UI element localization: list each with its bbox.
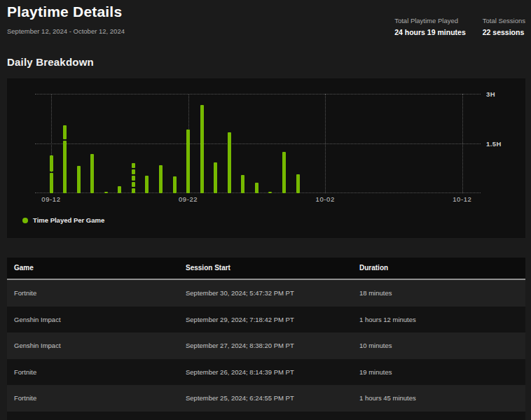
- y-gridline: [35, 144, 481, 144]
- x-axis-tick-label: 10-12: [447, 195, 478, 203]
- playtime-bar-segment: [255, 183, 258, 194]
- y-axis-tick-label: 3H: [486, 90, 521, 98]
- column-header-game: Game: [14, 258, 34, 279]
- table-row: FortniteSeptember 26, 2024; 8:14:39 PM P…: [7, 359, 525, 386]
- cell-session-start: September 27, 2024; 8:38:20 PM PT: [186, 332, 294, 359]
- cell-session-start: September 30, 2024; 5:47:32 PM PT: [186, 280, 294, 307]
- playtime-bar-segment: [132, 169, 135, 174]
- column-header-duration: Duration: [359, 258, 388, 279]
- y-axis-tick-label: 1.5H: [486, 140, 521, 148]
- column-header-session-start: Session Start: [186, 258, 230, 279]
- cell-game: Fortnite: [14, 385, 36, 412]
- playtime-bar-segment: [241, 175, 244, 193]
- total-playtime-value: 24 hours 19 minutes: [394, 28, 466, 36]
- playtime-bar-09-26[interactable]: [241, 175, 244, 193]
- table-row: FortniteSeptember 30, 2024; 5:47:32 PM P…: [7, 280, 525, 307]
- x-gridline: [325, 94, 326, 193]
- playtime-bar-09-12[interactable]: [50, 155, 53, 193]
- cell-duration: 19 minutes: [359, 359, 392, 386]
- playtime-bar-09-23[interactable]: [200, 105, 204, 193]
- table-header-row: Game Session Start Duration: [7, 258, 525, 279]
- playtime-bar-segment: [228, 132, 231, 193]
- playtime-bar-09-30[interactable]: [296, 174, 300, 193]
- playtime-bar-segment: [132, 182, 135, 187]
- table-row-partial: [7, 412, 525, 420]
- cell-duration: 18 minutes: [359, 280, 392, 307]
- playtime-bar-09-19[interactable]: [145, 176, 149, 193]
- cell-game: Genshin Impact: [14, 307, 61, 333]
- cell-session-start: September 29, 2024; 7:18:42 PM PT: [186, 307, 294, 333]
- table-row: Genshin ImpactSeptember 29, 2024; 7:18:4…: [7, 307, 525, 333]
- date-range: September 12, 2024 - October 12, 2024: [7, 27, 125, 35]
- cell-duration: 10 minutes: [359, 332, 392, 359]
- playtime-bar-segment: [90, 154, 94, 193]
- playtime-bar-09-21[interactable]: [173, 176, 177, 193]
- playtime-bar-09-29[interactable]: [282, 152, 286, 193]
- table-body: FortniteSeptember 30, 2024; 5:47:32 PM P…: [7, 280, 525, 420]
- playtime-bar-segment: [132, 188, 135, 193]
- session-table: Game Session Start Duration FortniteSept…: [7, 258, 525, 420]
- playtime-bar-segment: [132, 176, 135, 181]
- playtime-bar-segment: [63, 141, 67, 193]
- legend-dot-icon: [22, 218, 28, 223]
- playtime-bar-segment: [214, 162, 217, 193]
- cell-duration: 1 hours 45 minutes: [359, 385, 416, 412]
- playtime-bar-segment: [50, 155, 53, 172]
- playtime-bar-09-22[interactable]: [186, 130, 190, 193]
- playtime-bar-segment: [282, 152, 286, 193]
- cell-session-start: September 26, 2024; 8:14:39 PM PT: [186, 359, 294, 386]
- total-playtime-stat: Total Playtime Played 24 hours 19 minute…: [394, 17, 466, 36]
- playtime-bar-segment: [186, 130, 190, 193]
- playtime-bar-segment: [173, 176, 177, 193]
- total-sessions-stat: Total Sessions 22 sessions: [483, 17, 525, 36]
- daily-breakdown-chart: Time Played Per Game 3H1.5H09-1209-2210-…: [7, 78, 525, 238]
- chart-legend: Time Played Per Game: [22, 216, 104, 224]
- x-gridline: [462, 94, 463, 193]
- y-gridline: [35, 94, 481, 94]
- playtime-bar-09-13[interactable]: [63, 125, 67, 193]
- playtime-bar-09-20[interactable]: [159, 165, 163, 193]
- playtime-bar-09-25[interactable]: [228, 132, 231, 193]
- playtime-bar-segment: [145, 176, 149, 193]
- playtime-bar-09-16[interactable]: [104, 192, 108, 193]
- total-playtime-label: Total Playtime Played: [394, 17, 466, 24]
- x-axis-tick-label: 09-12: [36, 195, 67, 203]
- legend-label: Time Played Per Game: [33, 216, 104, 224]
- playtime-bar-09-17[interactable]: [118, 186, 121, 193]
- table-row: FortniteSeptember 25, 2024; 6:24:55 PM P…: [7, 385, 525, 412]
- playtime-bar-segment: [296, 174, 300, 193]
- playtime-bar-09-14[interactable]: [77, 166, 81, 193]
- cell-game: Fortnite: [14, 359, 36, 386]
- playtime-bar-09-27[interactable]: [255, 183, 258, 194]
- cell-duration: 1 hours 12 minutes: [359, 307, 416, 333]
- cell-game: Genshin Impact: [14, 332, 61, 359]
- playtime-bar-segment: [63, 125, 67, 139]
- x-axis-tick-label: 10-02: [310, 195, 340, 203]
- total-sessions-value: 22 sessions: [483, 28, 525, 36]
- playtime-bar-segment: [118, 186, 121, 193]
- playtime-bar-segment: [159, 165, 163, 193]
- page-title: Playtime Details: [7, 4, 122, 20]
- playtime-bar-09-24[interactable]: [214, 162, 217, 193]
- playtime-bar-segment: [104, 192, 108, 193]
- cell-game: Fortnite: [14, 280, 36, 307]
- x-axis-tick-label: 09-22: [173, 195, 204, 203]
- playtime-bar-09-28[interactable]: [268, 192, 272, 193]
- playtime-bar-segment: [50, 173, 53, 193]
- playtime-bar-segment: [200, 105, 204, 193]
- playtime-bar-segment: [77, 166, 81, 193]
- summary-stats: Total Playtime Played 24 hours 19 minute…: [394, 17, 525, 36]
- total-sessions-label: Total Sessions: [483, 17, 525, 24]
- playtime-bar-09-15[interactable]: [90, 154, 94, 193]
- cell-session-start: September 25, 2024; 6:24:55 PM PT: [186, 385, 294, 412]
- table-row: Genshin ImpactSeptember 27, 2024; 8:38:2…: [7, 332, 525, 359]
- daily-breakdown-heading: Daily Breakdown: [7, 56, 94, 68]
- playtime-bar-segment: [268, 192, 272, 193]
- playtime-bar-segment: [132, 163, 135, 168]
- playtime-bar-09-18[interactable]: [132, 163, 135, 193]
